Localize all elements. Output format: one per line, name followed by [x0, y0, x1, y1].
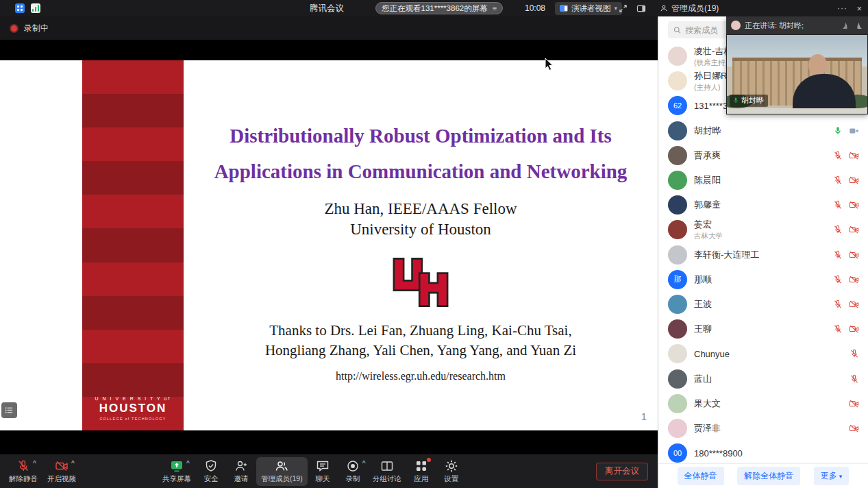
- mic-muted-icon[interactable]: [833, 200, 843, 210]
- panel-footer: 全体静音 解除全体静音 更多▾: [658, 463, 868, 488]
- member-status-icons: [833, 175, 859, 185]
- mic-muted-icon[interactable]: [833, 151, 843, 160]
- member-row[interactable]: 王波: [658, 292, 868, 317]
- member-row[interactable]: 李轩衡-大连理工: [658, 243, 868, 267]
- mic-muted-icon[interactable]: [833, 275, 843, 284]
- speaker-video-window[interactable]: 正在讲话: 胡封晔; 胡封晔: [726, 16, 868, 114]
- chevron-up-icon[interactable]: ^: [186, 459, 190, 466]
- unmute-button[interactable]: ^ 解除静音: [4, 457, 42, 486]
- sidebar-layout-toggle[interactable]: [636, 0, 646, 16]
- mic-on-icon[interactable]: [833, 126, 843, 136]
- panel-close-button[interactable]: ×: [856, 0, 862, 16]
- start-video-button[interactable]: ^ 开启视频: [42, 457, 81, 486]
- member-status-icons: [850, 374, 859, 384]
- stripe: [82, 94, 184, 127]
- camera-off-icon[interactable]: [849, 225, 859, 234]
- slide-page-number: 1: [641, 411, 647, 422]
- member-row[interactable]: 胡封晔: [658, 119, 868, 143]
- member-avatar: [668, 47, 687, 66]
- presentation-slide: U N I V E R S I T Y of HOUSTON COLLEGE o…: [0, 60, 658, 430]
- camera-off-icon[interactable]: [849, 200, 859, 210]
- member-row[interactable]: 王聊: [658, 317, 868, 341]
- gear-icon: [445, 459, 458, 473]
- view-mode-label: 演讲者视图: [571, 3, 611, 14]
- record-button[interactable]: ^ 录制: [338, 457, 368, 486]
- annotation-panel-toggle[interactable]: [1, 402, 17, 418]
- more-button[interactable]: 更多▾: [814, 467, 850, 485]
- member-row[interactable]: Chunyue: [658, 341, 868, 366]
- member-name: 李轩衡-大连理工: [694, 249, 759, 261]
- mic-muted-icon[interactable]: [850, 374, 859, 384]
- breakout-rooms-button[interactable]: 分组讨论: [368, 457, 406, 486]
- video-name-tag: 胡封晔: [730, 95, 768, 107]
- camera-off-icon[interactable]: [849, 424, 859, 433]
- mic-muted-icon[interactable]: [833, 225, 843, 234]
- camera-on-icon[interactable]: [849, 126, 859, 136]
- fullscreen-toggle[interactable]: [619, 0, 628, 16]
- leave-meeting-button[interactable]: 离开会议: [596, 463, 648, 480]
- camera-off-icon[interactable]: [849, 175, 859, 185]
- camera-off-icon[interactable]: [849, 324, 859, 334]
- houston-wordmark-top: U N I V E R S I T Y of: [82, 396, 184, 401]
- camera-off-icon[interactable]: [849, 300, 859, 309]
- member-info: 曹承爽: [694, 149, 721, 162]
- mic-muted-icon[interactable]: [850, 349, 859, 358]
- speaker-video[interactable]: 胡封晔: [726, 34, 868, 114]
- houston-wordmark-sub: COLLEGE of TECHNOLOGY: [82, 417, 184, 421]
- member-row[interactable]: 那 那顺: [658, 267, 868, 292]
- panel-more-button[interactable]: ···: [837, 0, 847, 16]
- slide-title-line: Applications in Communication and Networ…: [184, 154, 658, 189]
- mic-muted-icon[interactable]: [833, 300, 843, 309]
- chat-icon: [316, 459, 330, 473]
- member-name: 180****8900: [694, 448, 743, 459]
- share-screen-button[interactable]: ^ 共享屏幕: [158, 457, 196, 486]
- speaker-head: [808, 54, 827, 75]
- mic-on-icon: [732, 97, 739, 104]
- stripe: [82, 127, 184, 161]
- member-avatar: [668, 319, 687, 339]
- chevron-up-icon[interactable]: ^: [33, 459, 36, 466]
- member-row[interactable]: 曹承爽: [658, 143, 868, 168]
- notification-badge: [427, 458, 431, 462]
- camera-off-icon[interactable]: [849, 275, 859, 284]
- settings-button[interactable]: 设置: [436, 457, 467, 486]
- member-row[interactable]: 蓝山: [658, 366, 868, 391]
- blue-grid-app-icon[interactable]: [15, 3, 25, 13]
- member-status-icons: [833, 200, 859, 210]
- member-row[interactable]: 郭馨童: [658, 193, 868, 217]
- chat-button[interactable]: 聊天: [308, 457, 338, 486]
- unmute-all-button[interactable]: 解除全体静音: [737, 467, 800, 485]
- camera-off-icon[interactable]: [849, 399, 859, 408]
- mute-all-button[interactable]: 全体静音: [678, 467, 724, 485]
- shield-icon: [204, 459, 218, 473]
- invite-button[interactable]: 邀请: [226, 457, 256, 486]
- member-avatar: [668, 419, 687, 438]
- chevron-up-icon[interactable]: ^: [71, 459, 75, 466]
- camera-off-icon[interactable]: [849, 250, 859, 260]
- mic-muted-icon[interactable]: [833, 250, 843, 260]
- mic-muted-icon[interactable]: [833, 324, 843, 334]
- manage-members-button[interactable]: 管理成员(19): [256, 457, 308, 486]
- camera-off-icon[interactable]: [849, 151, 859, 160]
- window-title: 腾讯会议: [310, 0, 344, 16]
- mic-muted-icon[interactable]: [833, 175, 843, 185]
- recording-bar: 录制中: [0, 16, 658, 40]
- chart-app-icon[interactable]: [31, 3, 40, 13]
- member-row[interactable]: 00 180****8900: [658, 441, 868, 463]
- banner-menu-icon[interactable]: ≡: [493, 4, 497, 12]
- view-mode-selector[interactable]: 演讲者视图 ▾: [555, 2, 622, 15]
- clock: 10:08: [525, 0, 545, 16]
- member-row[interactable]: 姜宏 吉林大学: [658, 217, 868, 242]
- member-avatar: [668, 394, 687, 413]
- member-row[interactable]: 陈晨阳: [658, 168, 868, 193]
- member-row[interactable]: 果大文: [658, 391, 868, 416]
- security-button[interactable]: 安全: [196, 457, 226, 486]
- chevron-up-icon[interactable]: ^: [362, 459, 365, 466]
- member-row[interactable]: 贾泽非: [658, 416, 868, 441]
- watching-banner-text: 您正在观看131****3862的屏幕: [382, 3, 488, 14]
- apps-button[interactable]: 应用: [406, 457, 436, 486]
- effect-icon-2: [854, 21, 863, 29]
- member-status-icons: [833, 275, 859, 284]
- member-name: 姜宏: [694, 219, 723, 231]
- member-info: 郭馨童: [694, 199, 721, 211]
